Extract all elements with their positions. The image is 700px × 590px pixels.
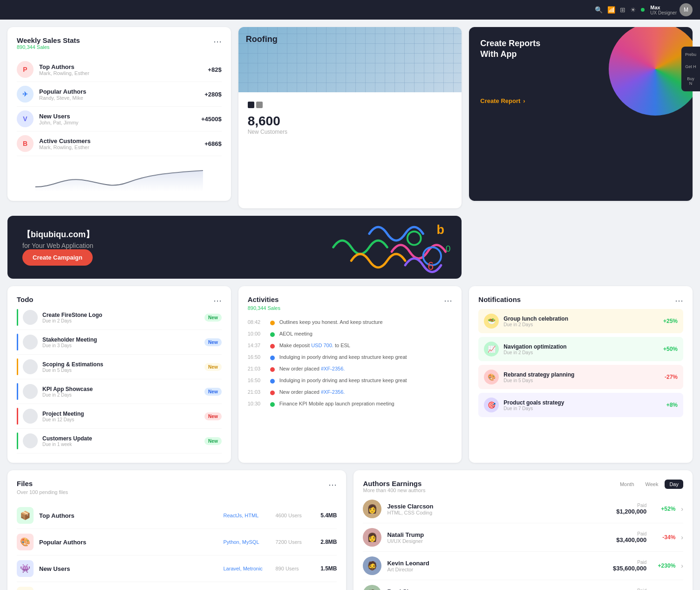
notifications-title: Notifications [478,295,683,303]
sidebar-mini-buyn[interactable]: Buy N [683,75,698,88]
activity-row: 21:03 New order placed #XF-2356. [248,363,453,375]
sales-more-button[interactable]: ⋯ [213,36,222,47]
notifications-more-button[interactable]: ⋯ [675,295,683,306]
notif-value: +8% [666,402,678,408]
stat-name: Active Customers [39,137,204,144]
activity-dot [270,379,275,384]
earnings-tab[interactable]: Week [641,480,663,489]
campaign-decoration: b 0 6 [322,216,462,279]
todo-avatar [23,335,38,350]
activities-more-button[interactable]: ⋯ [444,295,452,306]
activity-text: AEOL meeting [279,331,453,336]
author-role: UI/UX Designer [387,538,611,544]
activity-link[interactable]: #XF-2356. [321,389,345,395]
avatar[interactable]: M [680,3,693,16]
stat-authors: Randy, Steve, Mike [39,95,204,101]
campaign-banner: 【biqubiqu.com】 for Your Web Application … [7,216,462,279]
topbar: 🔍 📶 ⊞ ☀ Max UX Designer M [0,0,700,20]
sales-row: P Top Authors Mark, Rowling, Esther +82$ [17,57,222,82]
earnings-tab[interactable]: Day [665,480,683,489]
file-size: 5.4MB [313,512,337,519]
author-name: Natali Trump [387,531,611,538]
author-detail-arrow[interactable]: › [681,505,683,513]
todo-info: Scoping & Estimations Due in 5 Days [42,361,200,373]
earnings-tab[interactable]: Month [615,480,639,489]
user-role: UX Designer [650,10,677,15]
todo-name: Stakeholder Meeting [42,336,200,343]
notif-value: -27% [665,374,678,380]
grid-icon[interactable]: ⊞ [620,6,625,14]
notifications-card: Notifications ⋯ 🥗 Group lunch celebratio… [469,286,693,463]
file-name: Popular Authors [39,539,217,546]
todo-name: Customers Update [42,435,200,442]
author-earnings: Paid $3,400,000 [616,531,646,543]
stat-name: Popular Authors [39,88,204,95]
files-more-button[interactable]: ⋯ [328,480,337,490]
create-report-button[interactable]: Create Report › [480,97,525,104]
todo-color-indicator [17,334,18,350]
notif-info: Product goals strategy Due in 7 Days [503,399,661,411]
notif-due: Due in 7 Days [503,406,661,411]
activity-time: 10:00 [248,331,265,336]
author-paid-label: Paid [616,531,646,536]
new-customers-section: 8,600 New Customers [238,92,462,208]
author-earnings: Paid $1,200,000 [616,503,646,515]
notification-item: 🎯 Product goals strategy Due in 7 Days +… [478,393,683,417]
author-earnings: Paid $200,500 [621,588,646,590]
todo-name: Scoping & Estimations [42,361,200,368]
author-detail-arrow[interactable]: › [681,562,683,569]
right-sidebar: Prebu Get H Buy N [681,47,700,91]
activity-link[interactable]: #XF-2356. [321,366,345,371]
earnings-card: Authors Earnings More than 400 new autho… [353,470,693,590]
reports-title: Create ReportsWith App [480,38,681,60]
todo-info: Customers Update Due in 1 week [42,435,200,447]
create-campaign-button[interactable]: Create Campaign [22,249,93,266]
activity-link[interactable]: USD 700. [311,343,333,348]
notif-due: Due in 2 Days [503,322,659,327]
notif-name: Rebrand strategy planning [503,371,660,378]
file-icon: 🎨 [17,534,34,550]
reports-card: Create ReportsWith App Create Report › [469,27,693,201]
svg-text:6: 6 [428,260,434,272]
file-tech: ReactJs, HTML [223,513,270,518]
authors-list: 👩 Jessie Clarcson HTML, CSS Coding Paid … [363,495,683,590]
stat-info: Popular Authors Randy, Steve, Mike [39,88,204,101]
signal-icon[interactable]: 📶 [607,6,615,14]
todo-more-button[interactable]: ⋯ [213,295,222,306]
activities-card: Activities 890,344 Sales ⋯ 08:42 Outline… [238,286,462,463]
todo-due: Due in 2 Days [42,318,200,323]
stat-icon: B [17,135,34,152]
search-icon[interactable]: 🔍 [595,6,603,14]
sidebar-mini-geth[interactable]: Get H [683,62,698,71]
author-info: Jessie Clarcson HTML, CSS Coding [387,503,611,515]
todo-badge: New [204,412,222,420]
author-detail-arrow[interactable]: › [681,534,683,541]
activity-time: 16:50 [248,354,265,360]
todo-info: Project Meeting Due in 12 Days [42,411,200,422]
author-row: 🧔 Kevin Leonard Art Director Paid $35,60… [363,552,683,580]
customer-count: 8,600 [248,114,453,129]
notifications-list: 🥗 Group lunch celebration Due in 2 Days … [478,309,683,417]
file-row: 📦 Top Authors ReactJs, HTML 4600 Users 5… [17,502,337,529]
file-users: 890 Users [275,566,308,571]
sidebar-mini-prebu[interactable]: Prebu [683,50,698,59]
brightness-icon[interactable]: ☀ [630,6,636,14]
notification-item: 📈 Navigation optimization Due in 2 Days … [478,337,683,361]
todo-avatar [23,310,38,325]
activity-time: 10:30 [248,401,265,406]
stat-authors: Mark, Rowling, Esther [39,70,208,76]
file-icon: 📦 [17,507,34,524]
todo-info: KPI App Showcase Due in 2 Days [42,386,200,398]
notif-info: Navigation optimization Due in 2 Days [503,343,659,355]
todo-color-indicator [17,432,18,449]
todo-info: Create FireStone Logo Due in 2 Days [42,312,200,323]
stat-info: Top Authors Mark, Rowling, Esther [39,63,208,76]
notif-name: Group lunch celebration [503,316,659,322]
activity-time: 14:37 [248,343,265,348]
author-avatar: 👩 [363,528,381,547]
sales-rows: P Top Authors Mark, Rowling, Esther +82$… [17,57,222,156]
campaign-subtitle: for Your Web Application [22,242,94,249]
activity-text: Make deposit USD 700. to ESL [279,343,453,348]
todo-name: KPI App Showcase [42,386,200,392]
todo-badge: New [204,388,222,396]
